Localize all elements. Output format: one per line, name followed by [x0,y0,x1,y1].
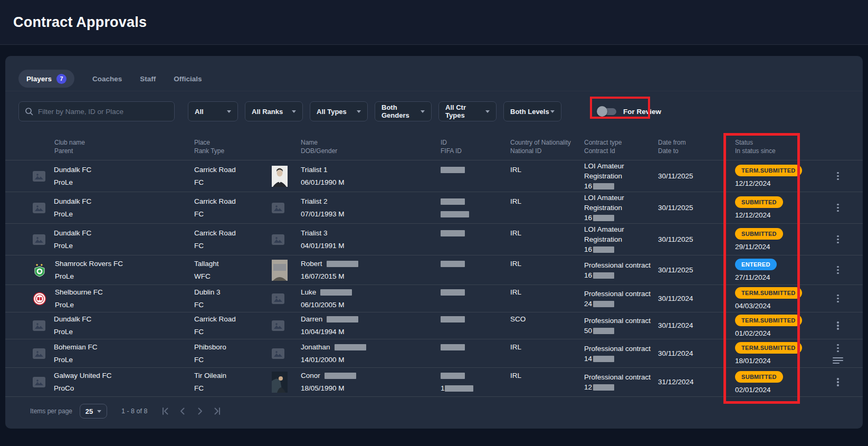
content-card: Players 7 Coaches Staff Officials All Al… [5,56,863,429]
date-from: 30/11/2024 [658,320,732,331]
tab-officials[interactable]: Officials [174,75,202,83]
table-row[interactable]: Dundalk FCProLeCarrick RoadFCDarren10/04… [5,312,863,339]
next-page-icon[interactable] [195,406,205,416]
image-placeholder-icon [33,320,45,331]
search-input[interactable] [38,108,168,116]
chevron-down-icon [292,110,296,113]
place: Carrick Road [194,195,272,208]
pager-buttons [160,406,222,416]
redacted-name [325,373,356,379]
country: IRL [510,164,584,176]
col-place: PlaceRank Type [194,138,272,155]
status-badge: SUBMITTED [735,228,783,240]
chevron-down-icon [550,110,555,113]
kebab-menu-icon[interactable] [836,320,840,331]
table-row[interactable]: Shelbourne FCProLeDublin 3FCLuke06/10/20… [5,285,863,312]
table-row[interactable]: Bohemian FCProLePhibsboroFCJonathan14/01… [5,339,863,368]
image-placeholder-icon [33,234,45,245]
country: IRL [510,341,584,354]
club-name: Shelbourne FC [55,286,103,299]
kebab-menu-icon[interactable] [836,203,840,213]
redacted-fifa-id [441,211,469,217]
redacted-contract-id [593,246,614,253]
redacted-name [327,316,358,322]
club-name: Galway United FC [54,369,112,382]
page-header: Contract Approvals [0,0,868,45]
table-body: Dundalk FCProLeCarrick RoadFCTrialist 10… [5,160,863,397]
in-status-since: 12/12/2024 [735,180,827,187]
dropdown-all[interactable]: All [188,101,238,121]
date-from: 30/11/2025 [658,265,732,276]
image-placeholder-icon [33,171,45,182]
table-row[interactable]: Galway United FCProCoTir OileainFCConor1… [5,368,863,397]
table-row[interactable]: Dundalk FCProLeCarrick RoadFCTrialist 20… [5,192,863,224]
date-from: 30/11/2024 [658,348,732,359]
table-row[interactable]: Dundalk FCProLeCarrick RoadFCTrialist 30… [5,224,863,255]
club-name: Shamrock Rovers FC [55,258,123,270]
date-from: 30/11/2025 [658,234,732,245]
tab-coaches-label: Coaches [92,75,122,83]
image-placeholder-icon [33,203,45,213]
player-photo [272,260,288,281]
dob-gender: 16/07/2015 M [301,270,441,283]
club-parent: ProCo [54,382,112,395]
place: Carrick Road [194,227,272,240]
club-parent: ProLe [54,326,91,338]
contract-id: 50 [584,326,658,336]
table-header: Club nameParent PlaceRank Type NameDOB/G… [5,135,863,160]
tab-players[interactable]: Players 7 [18,70,74,88]
contract-id: 24 [584,299,658,309]
search-field[interactable] [18,101,175,121]
rank-type: FC [194,326,272,338]
contract-id: 16 [584,244,658,254]
dropdown-all-ranks[interactable]: All Ranks [245,101,303,121]
table-row[interactable]: Dundalk FCProLeCarrick RoadFCTrialist 10… [5,160,863,192]
player-name: Trialist 3 [301,227,441,240]
country: IRL [510,258,584,270]
first-page-icon[interactable] [160,406,170,416]
dropdown-both-levels[interactable]: Both Levels [503,101,561,121]
status-badge: SUBMITTED [735,196,783,208]
kebab-menu-icon[interactable] [836,343,840,354]
for-review-toggle[interactable] [598,108,616,115]
status-badge: TERM.SUBMITTED [735,165,802,176]
kebab-menu-icon[interactable] [836,265,840,276]
tabs-divider [5,91,863,91]
dropdown-both-genders[interactable]: Both Genders [375,101,432,121]
contract-id: 16 [584,270,658,280]
contract-type: LOI Amateur Registration [584,224,637,244]
redacted-fifa-id [445,385,473,392]
kebab-menu-icon[interactable] [836,171,840,182]
tabs: Players 7 Coaches Staff Officials [18,70,202,88]
table-row[interactable]: Shamrock Rovers FCProLeTallaghtWFCRobert… [5,255,863,285]
chevron-down-icon [485,110,490,113]
fifa-id [441,176,510,189]
player-name: Trialist 1 [301,164,441,176]
redacted-contract-id [593,384,614,391]
dropdown-all-ctr-types[interactable]: All Ctr Types [438,101,497,121]
kebab-menu-icon[interactable] [836,377,840,387]
club-crest-shelbourne [33,292,46,306]
in-status-since: 18/01/2024 [735,357,827,365]
page-size-select[interactable]: 25 [80,404,107,419]
prev-page-icon[interactable] [178,406,187,416]
players-count-badge: 7 [56,74,66,84]
notes-icon[interactable] [833,357,843,364]
rank-type: FC [194,176,272,189]
redacted-contract-id [593,272,614,279]
kebab-menu-icon[interactable] [836,234,840,245]
kebab-menu-icon[interactable] [836,293,840,304]
contract-type: LOI Amateur Registration [584,193,637,213]
tab-coaches[interactable]: Coaches [92,75,122,83]
redacted-name [335,344,366,350]
items-per-page-label: Items per page [30,407,72,415]
tab-staff[interactable]: Staff [140,75,156,83]
country: IRL [510,286,584,299]
redacted-contract-id [593,301,614,307]
fifa-id [441,326,510,338]
last-page-icon[interactable] [213,406,222,416]
rank-type: FC [194,240,272,252]
dropdown-all-types[interactable]: All Types [310,101,368,121]
dob-gender: 10/04/1994 M [301,326,441,338]
image-placeholder-icon [33,348,45,359]
